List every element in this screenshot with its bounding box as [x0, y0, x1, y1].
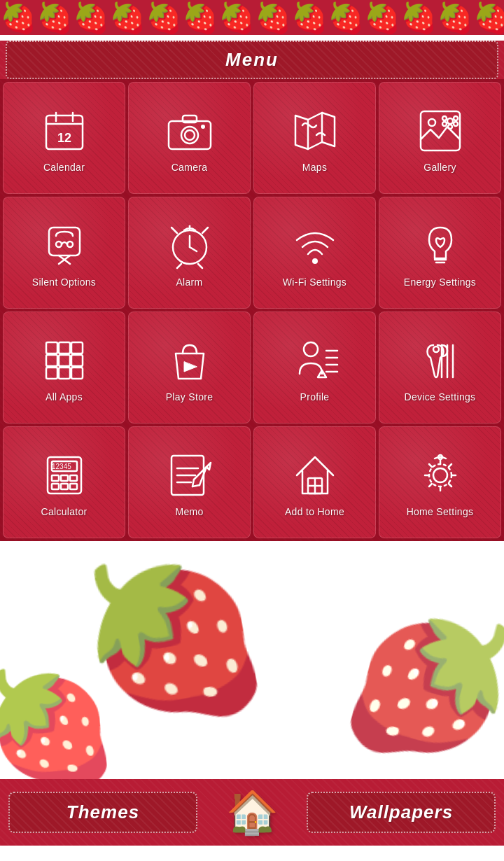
svg-rect-43: [46, 368, 57, 379]
wallpapers-label: Wallpapers: [349, 802, 453, 822]
maps-icon: [290, 106, 340, 156]
profile-icon: [290, 335, 340, 386]
svg-rect-45: [71, 368, 83, 379]
memo-item[interactable]: Memo: [128, 426, 251, 538]
maps-item[interactable]: Maps: [253, 82, 376, 194]
svg-line-29: [202, 227, 208, 233]
add-to-home-item[interactable]: Add to Home: [253, 426, 376, 538]
allapps-label: All Apps: [46, 391, 83, 402]
svg-rect-40: [46, 355, 57, 366]
playstore-icon: [164, 335, 215, 386]
camera-item[interactable]: Camera: [128, 82, 251, 194]
alarm-icon: [164, 220, 215, 271]
svg-rect-44: [59, 368, 70, 379]
svg-rect-41: [59, 355, 70, 366]
svg-point-9: [201, 125, 205, 129]
energy-icon: [415, 220, 465, 271]
svg-text:12345: 12345: [52, 463, 71, 470]
profile-item[interactable]: Profile: [253, 312, 376, 424]
svg-line-31: [198, 264, 202, 268]
svg-line-28: [172, 227, 177, 233]
addtohome-icon: [290, 450, 340, 500]
calculator-icon: 12345: [39, 450, 90, 500]
menu-title: Menu: [225, 49, 279, 70]
memo-label: Memo: [175, 506, 203, 517]
svg-point-7: [185, 130, 195, 140]
play-store-item[interactable]: Play Store: [128, 312, 251, 424]
home-button-container[interactable]: 🏠: [226, 788, 279, 837]
svg-point-47: [304, 342, 318, 356]
strawberry-decoration-3: 🍓: [0, 656, 125, 779]
svg-point-19: [442, 116, 447, 120]
silent-options-item[interactable]: Silent Options: [3, 197, 125, 309]
svg-point-15: [454, 116, 458, 120]
svg-rect-61: [61, 475, 68, 481]
wallpapers-button[interactable]: Wallpapers: [307, 792, 496, 833]
alarm-label: Alarm: [176, 276, 202, 288]
silent-icon: [39, 220, 90, 271]
calculator-label: Calculator: [41, 506, 87, 517]
svg-point-17: [448, 125, 452, 129]
gallery-item[interactable]: Gallery: [379, 82, 501, 194]
energy-label: Energy Settings: [404, 276, 476, 288]
svg-point-33: [188, 225, 190, 227]
camera-icon: [164, 106, 215, 156]
svg-marker-46: [184, 362, 197, 372]
memo-icon: [164, 450, 215, 500]
devicesettings-label: Device Settings: [405, 391, 476, 402]
allapps-icon: [39, 335, 90, 386]
wifi-settings-item[interactable]: Wi-Fi Settings: [253, 197, 376, 309]
home-settings-item[interactable]: Home Settings: [379, 426, 501, 538]
camera-label: Camera: [172, 162, 208, 173]
svg-point-22: [67, 241, 73, 247]
energy-settings-item[interactable]: Energy Settings: [379, 197, 501, 309]
gallery-icon: [415, 106, 465, 156]
svg-point-18: [442, 122, 447, 126]
themes-label: Themes: [66, 802, 139, 822]
calendar-label: Calendar: [43, 162, 85, 173]
strawberry-decoration-2: 🍓: [325, 584, 504, 779]
all-apps-item[interactable]: All Apps: [3, 312, 125, 424]
svg-rect-42: [71, 355, 83, 366]
alarm-item[interactable]: Alarm: [128, 197, 251, 309]
devicesettings-icon: [415, 335, 465, 386]
svg-point-6: [181, 127, 198, 144]
svg-rect-62: [70, 475, 77, 481]
home-icon[interactable]: 🏠: [226, 788, 279, 837]
gallery-label: Gallery: [424, 162, 456, 173]
menu-section: Menu 12 Calendar: [0, 41, 504, 541]
app-grid: 12 Calendar Camera: [0, 79, 504, 541]
svg-line-30: [177, 264, 181, 268]
homesettings-label: Home Settings: [407, 506, 474, 517]
svg-point-13: [428, 119, 435, 126]
svg-rect-39: [71, 342, 83, 354]
strawberry-border-top: 🍓🍓🍓🍓🍓🍓🍓🍓🍓🍓🍓🍓🍓🍓🍓🍓🍓🍓🍓🍓: [0, 0, 504, 35]
profile-label: Profile: [300, 391, 330, 402]
svg-point-16: [454, 122, 458, 126]
bottom-bar: Themes 🏠 Wallpapers: [0, 779, 504, 846]
calculator-item[interactable]: 12345 Calculator: [3, 426, 125, 538]
svg-point-14: [447, 118, 453, 124]
wifi-icon: [290, 220, 340, 271]
svg-line-27: [190, 247, 197, 251]
svg-point-77: [433, 468, 447, 482]
svg-rect-64: [61, 484, 68, 489]
white-section: 🍓 🍓 🍓: [0, 541, 504, 779]
wifi-label: Wi-Fi Settings: [283, 276, 346, 288]
device-settings-item[interactable]: Device Settings: [379, 312, 501, 424]
calendar-icon: 12: [39, 106, 90, 156]
svg-rect-65: [70, 484, 77, 489]
silent-label: Silent Options: [32, 276, 96, 288]
svg-point-56: [433, 346, 439, 352]
themes-button[interactable]: Themes: [8, 792, 197, 833]
playstore-label: Play Store: [166, 391, 214, 402]
menu-title-bar: Menu: [6, 41, 498, 79]
svg-rect-37: [46, 342, 57, 354]
svg-point-34: [312, 258, 318, 264]
addtohome-label: Add to Home: [285, 506, 344, 517]
svg-rect-63: [52, 484, 59, 489]
maps-label: Maps: [302, 162, 327, 173]
svg-rect-60: [52, 475, 59, 481]
calendar-item[interactable]: 12 Calendar: [3, 82, 125, 194]
svg-rect-38: [59, 342, 70, 354]
